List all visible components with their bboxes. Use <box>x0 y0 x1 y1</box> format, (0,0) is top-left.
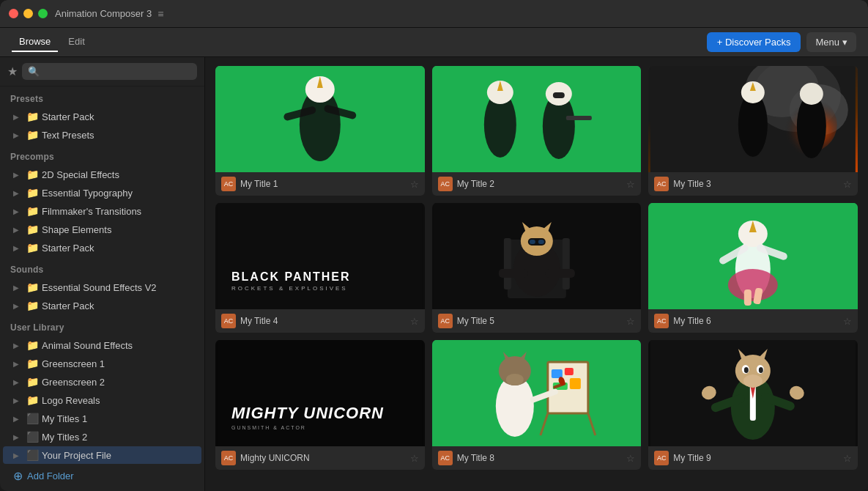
svg-rect-32 <box>529 240 535 244</box>
folder-icon: 📁 <box>26 339 39 351</box>
sidebar-item-starter-pack-2[interactable]: ▶ 📁 Starter Pack <box>3 239 201 256</box>
search-input[interactable] <box>44 66 191 77</box>
folder-icon: 📁 <box>26 300 39 311</box>
special-icon: ⬛ <box>26 413 39 424</box>
item-type-icon: AC <box>221 177 236 191</box>
sidebar-item-shape-elements[interactable]: ▶ 📁 Shape Elements <box>3 221 201 238</box>
search-icon: 🔍 <box>28 66 40 77</box>
sidebar-item-my-titles-2[interactable]: ▶ ⬛ My Titles 2 <box>3 428 201 446</box>
sidebar-item-essential-typography[interactable]: ▶ 📁 Essential Typography <box>3 184 201 202</box>
sidebar-item-label: 2D Special Effects <box>42 169 194 180</box>
grid-item-my-title-1[interactable]: AC My Title 1 ☆ <box>215 66 425 196</box>
menu-button[interactable]: Menu ▾ <box>806 32 856 52</box>
svg-rect-33 <box>538 240 544 244</box>
maximize-button[interactable] <box>38 9 48 18</box>
item-footer-my-title-9: AC My Title 9 ☆ <box>648 446 858 470</box>
favorites-star-icon[interactable]: ★ <box>7 64 18 78</box>
main-layout: ★ 🔍 Presets ▶ 📁 Starter Pack ▶ 📁 Text Pr… <box>0 57 868 491</box>
svg-rect-52 <box>564 368 573 375</box>
folder-icon: 📁 <box>26 111 39 122</box>
sidebar-item-starter-pack-1[interactable]: ▶ 📁 Starter Pack <box>3 108 201 125</box>
sidebar-item-greenscreen-1[interactable]: ▶ 📁 Greenscreen 1 <box>3 355 201 372</box>
sidebar-item-your-project-file[interactable]: ▶ ⬛ Your Project File <box>3 446 201 464</box>
thumbnail-my-title-3 <box>648 66 858 172</box>
item-star-icon[interactable]: ☆ <box>410 453 419 464</box>
item-type-icon: AC <box>654 177 669 191</box>
nav-bar: Browse Edit + Discover Packs Menu ▾ <box>0 28 868 57</box>
sidebar-item-2d-special-effects[interactable]: ▶ 📁 2D Special Effects <box>3 166 201 183</box>
special-icon: ⬛ <box>26 449 39 461</box>
grid-item-my-title-4[interactable]: BLACK PANTHER ROCKETS & EXPLOSIVES AC My… <box>215 203 425 333</box>
sidebar-item-starter-pack-3[interactable]: ▶ 📁 Starter Pack <box>3 297 201 314</box>
tab-edit[interactable]: Edit <box>61 32 92 52</box>
grid-item-my-title-9[interactable]: AC My Title 9 ☆ <box>648 340 858 470</box>
svg-rect-45 <box>744 289 752 306</box>
item-star-icon[interactable]: ☆ <box>843 316 852 327</box>
item-star-icon[interactable]: ☆ <box>626 453 635 464</box>
sidebar-item-label: Essential Typography <box>42 188 194 199</box>
section-header-sounds: Sounds <box>0 257 204 278</box>
thumbnail-my-title-4: BLACK PANTHER ROCKETS & EXPLOSIVES <box>215 203 425 309</box>
item-name-label: My Title 9 <box>673 453 839 463</box>
chevron-icon: ▶ <box>13 207 23 215</box>
grid-item-my-title-8[interactable]: AC My Title 8 ☆ <box>432 340 642 470</box>
sidebar-item-essential-sound-effects[interactable]: ▶ 📁 Essential Sound Effects V2 <box>3 278 201 296</box>
item-name-label: My Title 6 <box>673 316 839 326</box>
sidebar-item-text-presets[interactable]: ▶ 📁 Text Presets <box>3 126 201 144</box>
section-header-user-library: User Library <box>0 315 204 336</box>
item-footer-my-title-8: AC My Title 8 ☆ <box>432 446 642 470</box>
grid-item-my-title-5[interactable]: AC My Title 5 ☆ <box>432 203 642 333</box>
item-type-icon: AC <box>438 177 453 191</box>
nav-tabs: Browse Edit <box>12 32 92 52</box>
sidebar-item-label: Filmmaker's Transitions <box>42 206 194 217</box>
grid-item-my-title-6[interactable]: AC My Title 6 ☆ <box>648 203 858 333</box>
chevron-icon: ▶ <box>13 113 23 121</box>
thumbnail-my-title-2 <box>432 66 642 172</box>
sidebar-item-label: Logo Reveals <box>42 395 194 406</box>
sidebar: ★ 🔍 Presets ▶ 📁 Starter Pack ▶ 📁 Text Pr… <box>0 57 205 491</box>
sidebar-item-label: Animal Sound Effects <box>42 340 194 351</box>
section-header-precomps: Precomps <box>0 144 204 165</box>
grid-item-mighty-unicorn[interactable]: MIGHTY UNICORN GUNSMITH & ACTOR AC Might… <box>215 340 425 470</box>
grid: AC My Title 1 ☆ <box>215 66 858 470</box>
item-type-icon: AC <box>438 314 453 328</box>
chevron-icon: ▶ <box>13 226 23 234</box>
sidebar-item-filmmakers-transitions[interactable]: ▶ 📁 Filmmaker's Transitions <box>3 202 201 220</box>
sidebar-item-my-titles-1[interactable]: ▶ ⬛ My Titles 1 <box>3 410 201 427</box>
item-star-icon[interactable]: ☆ <box>843 453 852 464</box>
chevron-icon: ▶ <box>13 433 23 441</box>
item-star-icon[interactable]: ☆ <box>410 179 419 190</box>
chevron-icon: ▶ <box>13 378 23 386</box>
discover-packs-button[interactable]: + Discover Packs <box>707 32 801 52</box>
hamburger-icon[interactable]: ≡ <box>157 8 163 20</box>
grid-item-my-title-2[interactable]: AC My Title 2 ☆ <box>432 66 642 196</box>
item-star-icon[interactable]: ☆ <box>626 316 635 327</box>
svg-rect-24 <box>218 203 423 309</box>
search-bar: ★ 🔍 <box>0 57 204 86</box>
item-name-label: My Title 2 <box>457 179 623 189</box>
item-star-icon[interactable]: ☆ <box>626 179 635 190</box>
sidebar-item-label: Text Presets <box>42 130 194 141</box>
thumbnail-my-title-1 <box>215 66 425 172</box>
thumbnail-my-title-9 <box>648 340 858 446</box>
tab-browse[interactable]: Browse <box>12 32 58 52</box>
sidebar-item-logo-reveals[interactable]: ▶ 📁 Logo Reveals <box>3 391 201 409</box>
item-type-icon: AC <box>654 314 669 328</box>
add-folder-button[interactable]: ⊕ Add Folder <box>3 465 201 487</box>
item-footer-my-title-3: AC My Title 3 ☆ <box>648 172 858 196</box>
grid-item-my-title-3[interactable]: AC My Title 3 ☆ <box>648 66 858 196</box>
item-star-icon[interactable]: ☆ <box>410 316 419 327</box>
sidebar-item-greenscreen-2[interactable]: ▶ 📁 Greenscreen 2 <box>3 373 201 391</box>
sidebar-item-animal-sound-effects[interactable]: ▶ 📁 Animal Sound Effects <box>3 336 201 354</box>
close-button[interactable] <box>9 9 18 18</box>
app-title: Animation Composer 3 ≡ <box>55 8 163 20</box>
minimize-button[interactable] <box>23 9 33 18</box>
add-folder-icon: ⊕ <box>13 469 23 483</box>
svg-rect-6 <box>434 66 639 172</box>
chevron-icon: ▶ <box>13 342 23 350</box>
section-header-presets: Presets <box>0 86 204 107</box>
item-star-icon[interactable]: ☆ <box>843 179 852 190</box>
item-footer-my-title-6: AC My Title 6 ☆ <box>648 309 858 333</box>
item-name-label: My Title 4 <box>240 316 406 326</box>
thumbnail-my-title-5 <box>432 203 642 309</box>
